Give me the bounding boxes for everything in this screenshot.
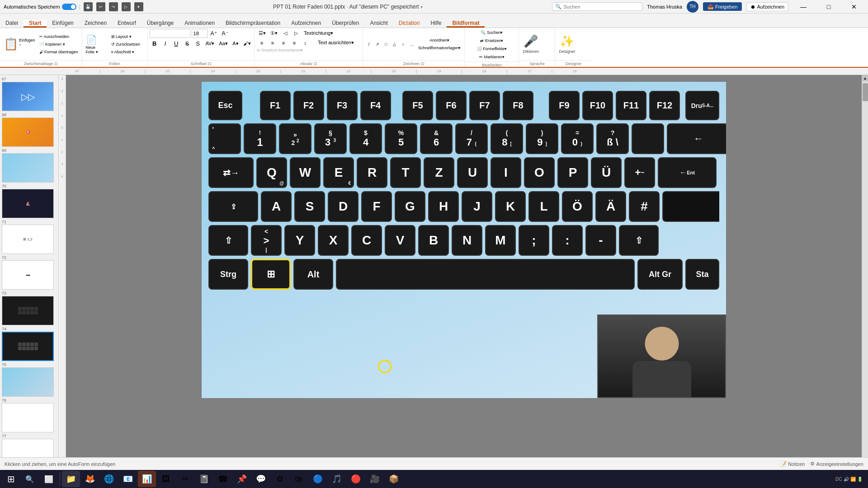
slide-thumb-68[interactable]: 68 🎯: [2, 113, 57, 147]
share-btn[interactable]: 📤 Freigeben: [703, 2, 742, 11]
btn-underline[interactable]: U: [171, 39, 181, 48]
tab-bildformat[interactable]: Bildformat: [447, 20, 485, 28]
btn-shadow[interactable]: S: [193, 39, 203, 48]
btn-abschnitt[interactable]: ≡ Abschnitt ▾: [109, 48, 146, 56]
btn-font-bigger[interactable]: A⁺: [209, 29, 219, 38]
btn-diktieren[interactable]: 🎤 Diktieren: [521, 33, 541, 55]
btn-designer[interactable]: ✨ Designer: [557, 33, 577, 55]
key-f10[interactable]: F10: [582, 91, 613, 120]
font-size-input[interactable]: [192, 29, 208, 38]
key-1[interactable]: ! 1: [244, 123, 276, 154]
btn-anordnen[interactable]: Anordnen▾: [416, 37, 463, 44]
taskbar-search[interactable]: 🔍: [21, 471, 39, 487]
present-icon[interactable]: ▷: [122, 2, 131, 11]
redo-icon[interactable]: ↪: [109, 2, 118, 11]
btn-schnellformatvorlagen[interactable]: Schnellformatvorlagen▾: [416, 44, 463, 52]
btn-format-uebertragen[interactable]: 🖌 Format übertragen: [38, 48, 80, 56]
taskbar-zoom[interactable]: 🎥: [366, 471, 384, 487]
slide-thumb-69[interactable]: 69: [2, 148, 57, 183]
key-druck[interactable]: DruS-A...: [685, 91, 719, 120]
tab-dictation[interactable]: Dictation: [393, 20, 425, 28]
slide-thumb-73[interactable]: 73: [2, 291, 57, 325]
key-c[interactable]: C: [351, 225, 382, 256]
key-f4[interactable]: F4: [360, 91, 391, 120]
tab-entwurf[interactable]: Entwurf: [112, 20, 142, 28]
key-p[interactable]: P: [557, 157, 588, 188]
key-a[interactable]: A: [261, 191, 292, 222]
close-button[interactable]: ✕: [844, 0, 864, 14]
btn-ausschneiden[interactable]: ✂ Ausschneiden: [38, 33, 80, 40]
tab-start[interactable]: Start: [24, 20, 47, 28]
key-7[interactable]: / 7 {: [455, 123, 488, 154]
key-oe[interactable]: Ö: [562, 191, 593, 222]
key-alt-left[interactable]: Alt: [293, 259, 333, 290]
taskbar-explorer[interactable]: 📁: [62, 471, 80, 487]
shape-more[interactable]: …: [408, 41, 416, 48]
statusbar-display[interactable]: ⚙ Anzeigeeinstellungen: [810, 461, 863, 467]
key-less[interactable]: <>|: [251, 225, 282, 256]
taskbar-outlook[interactable]: 📧: [119, 471, 137, 487]
more-qat-icon[interactable]: ▾: [134, 2, 143, 11]
tab-aufzeichnen[interactable]: Aufzeichnen: [286, 20, 326, 28]
key-enter-large[interactable]: ←Ent: [658, 157, 717, 188]
key-f2[interactable]: F2: [293, 91, 324, 120]
btn-align-left[interactable]: ≡: [257, 39, 267, 47]
key-ue[interactable]: Ü: [591, 157, 622, 188]
btn-einfuegen[interactable]: 📋 Einfügen▾: [2, 36, 37, 52]
tab-animationen[interactable]: Animationen: [179, 20, 220, 28]
maximize-button[interactable]: □: [818, 0, 839, 14]
key-shift-left[interactable]: ⇧: [208, 225, 248, 256]
btn-font-smaller[interactable]: A⁻: [220, 29, 230, 38]
btn-spacing[interactable]: AV▾: [204, 39, 217, 48]
key-6[interactable]: & 6: [420, 123, 453, 154]
btn-align-center[interactable]: ≡: [268, 39, 278, 47]
key-u[interactable]: U: [457, 157, 488, 188]
key-f6[interactable]: F6: [436, 91, 467, 120]
btn-line-spacing[interactable]: ↕: [300, 39, 310, 47]
taskbar-taskview[interactable]: ⬜: [40, 471, 58, 487]
slide-thumb-67[interactable]: 67 ▷▷: [2, 77, 57, 111]
key-hash[interactable]: #: [629, 191, 660, 222]
minimize-button[interactable]: —: [793, 0, 814, 14]
taskbar-whatsapp[interactable]: 💬: [252, 471, 270, 487]
key-v[interactable]: V: [385, 225, 415, 256]
taskbar-phone[interactable]: ☎: [214, 471, 232, 487]
key-space[interactable]: [336, 259, 635, 290]
key-win[interactable]: ⊞: [251, 259, 291, 290]
key-esc[interactable]: Esc: [208, 91, 242, 120]
key-strg-left[interactable]: Strg: [208, 259, 248, 290]
slide-thumb-76[interactable]: 76: [2, 398, 57, 432]
key-3[interactable]: § 3 3: [314, 123, 347, 154]
key-altgr[interactable]: Alt Gr: [637, 259, 683, 290]
btn-case[interactable]: Aa▾: [217, 39, 229, 48]
btn-layout[interactable]: ⊞ Layout ▾: [109, 33, 146, 40]
shape-arrow[interactable]: ↗: [373, 41, 382, 48]
key-j[interactable]: J: [462, 191, 492, 222]
tab-einfuegen[interactable]: Einfügen: [47, 20, 79, 28]
taskbar-powerpoint[interactable]: 📊: [138, 471, 156, 487]
key-w[interactable]: W: [290, 157, 321, 188]
slide-thumb-75[interactable]: 75: [2, 362, 57, 397]
taskbar-snip[interactable]: ✂: [176, 471, 194, 487]
key-f5[interactable]: F5: [402, 91, 433, 120]
tab-ueberpruefen[interactable]: Überprüfen: [326, 20, 364, 28]
tab-hilfe[interactable]: Hilfe: [425, 20, 447, 28]
key-h[interactable]: H: [428, 191, 459, 222]
slide-thumb-72[interactable]: 72 ━: [2, 255, 57, 290]
key-tab[interactable]: ⇄→: [208, 157, 254, 188]
key-n[interactable]: N: [452, 225, 482, 256]
btn-markieren[interactable]: ✏ Markieren▾: [477, 53, 506, 61]
tab-bildschirmpraesentation[interactable]: Bildschirmpräsentation: [220, 20, 286, 28]
search-input[interactable]: [563, 4, 636, 9]
key-z[interactable]: Z: [424, 157, 454, 188]
taskbar-start[interactable]: ⊞: [2, 471, 20, 487]
key-t[interactable]: T: [390, 157, 421, 188]
key-f8[interactable]: F8: [503, 91, 533, 120]
btn-decrease-indent[interactable]: ◁: [280, 29, 290, 38]
btn-numbers[interactable]: ①▾: [269, 29, 279, 38]
btn-highlight[interactable]: 🖌▾: [241, 39, 253, 48]
key-backspace[interactable]: ←: [667, 123, 726, 154]
btn-neue-folie[interactable]: 📄 NeueFolie ▾: [84, 33, 109, 56]
taskbar-music[interactable]: 🎵: [328, 471, 346, 487]
btn-auswaehlen[interactable]: ⬜ Formeffekte▾: [475, 45, 509, 52]
